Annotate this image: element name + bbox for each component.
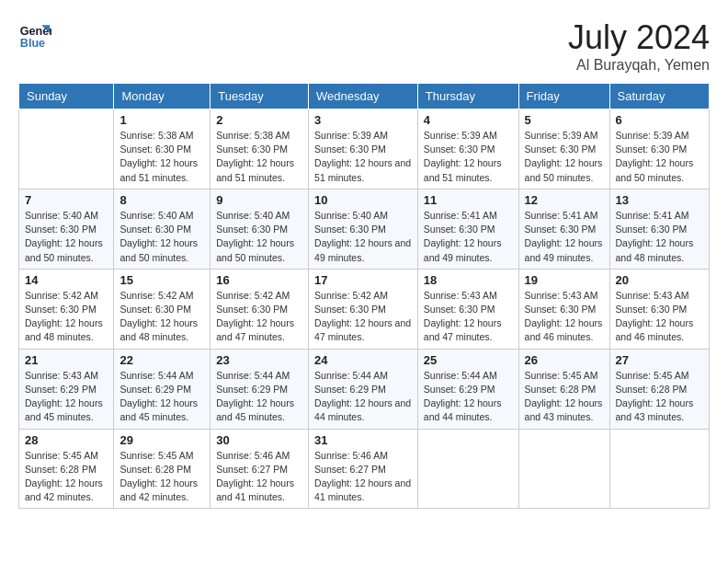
- day-info: Sunrise: 5:45 AMSunset: 6:28 PMDaylight:…: [25, 449, 108, 505]
- page-header: General Blue July 2024 Al Burayqah, Yeme…: [18, 18, 710, 74]
- day-number: 30: [216, 433, 302, 447]
- calendar-table: SundayMondayTuesdayWednesdayThursdayFrid…: [18, 83, 710, 509]
- day-info: Sunrise: 5:39 AMSunset: 6:30 PMDaylight:…: [424, 129, 513, 185]
- day-info: Sunrise: 5:40 AMSunset: 6:30 PMDaylight:…: [119, 209, 204, 265]
- day-number: 12: [525, 193, 604, 207]
- day-info: Sunrise: 5:46 AMSunset: 6:27 PMDaylight:…: [314, 449, 412, 505]
- day-number: 25: [424, 353, 513, 367]
- calendar-body: 1Sunrise: 5:38 AMSunset: 6:30 PMDaylight…: [19, 109, 710, 509]
- calendar-cell: 29Sunrise: 5:45 AMSunset: 6:28 PMDayligh…: [114, 429, 210, 509]
- calendar-cell: 2Sunrise: 5:38 AMSunset: 6:30 PMDaylight…: [210, 109, 309, 190]
- day-number: 1: [119, 113, 204, 127]
- title-block: July 2024 Al Burayqah, Yemen: [568, 18, 710, 74]
- day-info: Sunrise: 5:42 AMSunset: 6:30 PMDaylight:…: [25, 289, 108, 345]
- day-number: 15: [119, 273, 204, 287]
- calendar-cell: 15Sunrise: 5:42 AMSunset: 6:30 PMDayligh…: [114, 269, 210, 349]
- calendar-cell: 23Sunrise: 5:44 AMSunset: 6:29 PMDayligh…: [210, 349, 309, 429]
- calendar-cell: 12Sunrise: 5:41 AMSunset: 6:30 PMDayligh…: [518, 189, 609, 269]
- calendar-cell: 9Sunrise: 5:40 AMSunset: 6:30 PMDaylight…: [210, 189, 309, 269]
- day-number: 11: [424, 193, 513, 207]
- day-info: Sunrise: 5:44 AMSunset: 6:29 PMDaylight:…: [314, 369, 412, 425]
- calendar-cell: 13Sunrise: 5:41 AMSunset: 6:30 PMDayligh…: [609, 189, 709, 269]
- day-info: Sunrise: 5:45 AMSunset: 6:28 PMDaylight:…: [119, 449, 204, 505]
- day-number: 29: [119, 433, 204, 447]
- day-info: Sunrise: 5:40 AMSunset: 6:30 PMDaylight:…: [314, 209, 412, 265]
- calendar-cell: 10Sunrise: 5:40 AMSunset: 6:30 PMDayligh…: [309, 189, 418, 269]
- day-info: Sunrise: 5:40 AMSunset: 6:30 PMDaylight:…: [25, 209, 108, 265]
- day-info: Sunrise: 5:38 AMSunset: 6:30 PMDaylight:…: [216, 129, 302, 185]
- calendar-week-row: 28Sunrise: 5:45 AMSunset: 6:28 PMDayligh…: [19, 429, 710, 509]
- weekday-header-cell: Tuesday: [210, 84, 309, 109]
- day-info: Sunrise: 5:43 AMSunset: 6:30 PMDaylight:…: [525, 289, 604, 345]
- calendar-cell: [518, 429, 609, 509]
- calendar-cell: 6Sunrise: 5:39 AMSunset: 6:30 PMDaylight…: [609, 109, 709, 190]
- calendar-cell: 3Sunrise: 5:39 AMSunset: 6:30 PMDaylight…: [309, 109, 418, 190]
- day-number: 24: [314, 353, 412, 367]
- calendar-cell: 7Sunrise: 5:40 AMSunset: 6:30 PMDaylight…: [19, 189, 114, 269]
- day-number: 13: [616, 193, 703, 207]
- calendar-cell: 31Sunrise: 5:46 AMSunset: 6:27 PMDayligh…: [309, 429, 418, 509]
- day-number: 23: [216, 353, 302, 367]
- day-number: 4: [424, 113, 513, 127]
- calendar-cell: 21Sunrise: 5:43 AMSunset: 6:29 PMDayligh…: [19, 349, 114, 429]
- calendar-week-row: 14Sunrise: 5:42 AMSunset: 6:30 PMDayligh…: [19, 269, 710, 349]
- day-number: 6: [616, 113, 703, 127]
- day-number: 3: [314, 113, 412, 127]
- calendar-cell: 5Sunrise: 5:39 AMSunset: 6:30 PMDaylight…: [518, 109, 609, 190]
- day-info: Sunrise: 5:41 AMSunset: 6:30 PMDaylight:…: [616, 209, 703, 265]
- day-info: Sunrise: 5:38 AMSunset: 6:30 PMDaylight:…: [119, 129, 204, 185]
- day-number: 10: [314, 193, 412, 207]
- weekday-header-cell: Wednesday: [309, 84, 418, 109]
- weekday-header-cell: Sunday: [19, 84, 114, 109]
- day-info: Sunrise: 5:42 AMSunset: 6:30 PMDaylight:…: [119, 289, 204, 345]
- day-number: 16: [216, 273, 302, 287]
- calendar-cell: [19, 109, 114, 190]
- day-number: 26: [525, 353, 604, 367]
- calendar-cell: 19Sunrise: 5:43 AMSunset: 6:30 PMDayligh…: [518, 269, 609, 349]
- day-info: Sunrise: 5:39 AMSunset: 6:30 PMDaylight:…: [525, 129, 604, 185]
- weekday-header-cell: Thursday: [417, 84, 518, 109]
- calendar-cell: 28Sunrise: 5:45 AMSunset: 6:28 PMDayligh…: [19, 429, 114, 509]
- calendar-cell: 1Sunrise: 5:38 AMSunset: 6:30 PMDaylight…: [114, 109, 210, 190]
- day-number: 7: [25, 193, 108, 207]
- calendar-cell: 16Sunrise: 5:42 AMSunset: 6:30 PMDayligh…: [210, 269, 309, 349]
- day-info: Sunrise: 5:44 AMSunset: 6:29 PMDaylight:…: [119, 369, 204, 425]
- day-info: Sunrise: 5:43 AMSunset: 6:30 PMDaylight:…: [616, 289, 703, 345]
- day-info: Sunrise: 5:43 AMSunset: 6:29 PMDaylight:…: [25, 369, 108, 425]
- day-number: 20: [616, 273, 703, 287]
- day-number: 31: [314, 433, 412, 447]
- calendar-cell: 8Sunrise: 5:40 AMSunset: 6:30 PMDaylight…: [114, 189, 210, 269]
- calendar-week-row: 21Sunrise: 5:43 AMSunset: 6:29 PMDayligh…: [19, 349, 710, 429]
- day-number: 27: [616, 353, 703, 367]
- logo-icon: General Blue: [18, 18, 51, 52]
- calendar-cell: 26Sunrise: 5:45 AMSunset: 6:28 PMDayligh…: [518, 349, 609, 429]
- calendar-cell: 14Sunrise: 5:42 AMSunset: 6:30 PMDayligh…: [19, 269, 114, 349]
- day-info: Sunrise: 5:40 AMSunset: 6:30 PMDaylight:…: [216, 209, 302, 265]
- day-number: 9: [216, 193, 302, 207]
- day-info: Sunrise: 5:39 AMSunset: 6:30 PMDaylight:…: [314, 129, 412, 185]
- day-info: Sunrise: 5:46 AMSunset: 6:27 PMDaylight:…: [216, 449, 302, 505]
- day-number: 21: [25, 353, 108, 367]
- calendar-cell: 4Sunrise: 5:39 AMSunset: 6:30 PMDaylight…: [417, 109, 518, 190]
- calendar-cell: 27Sunrise: 5:45 AMSunset: 6:28 PMDayligh…: [609, 349, 709, 429]
- month-title: July 2024: [568, 18, 710, 57]
- day-info: Sunrise: 5:44 AMSunset: 6:29 PMDaylight:…: [424, 369, 513, 425]
- weekday-header-cell: Monday: [114, 84, 210, 109]
- calendar-cell: 22Sunrise: 5:44 AMSunset: 6:29 PMDayligh…: [114, 349, 210, 429]
- day-info: Sunrise: 5:39 AMSunset: 6:30 PMDaylight:…: [616, 129, 703, 185]
- location-title: Al Burayqah, Yemen: [568, 57, 710, 74]
- calendar-cell: [609, 429, 709, 509]
- logo: General Blue: [18, 18, 51, 52]
- day-info: Sunrise: 5:41 AMSunset: 6:30 PMDaylight:…: [424, 209, 513, 265]
- weekday-header-row: SundayMondayTuesdayWednesdayThursdayFrid…: [19, 84, 710, 109]
- calendar-cell: 18Sunrise: 5:43 AMSunset: 6:30 PMDayligh…: [417, 269, 518, 349]
- day-number: 28: [25, 433, 108, 447]
- weekday-header-cell: Saturday: [609, 84, 709, 109]
- day-number: 22: [119, 353, 204, 367]
- calendar-cell: 11Sunrise: 5:41 AMSunset: 6:30 PMDayligh…: [417, 189, 518, 269]
- day-number: 18: [424, 273, 513, 287]
- day-info: Sunrise: 5:45 AMSunset: 6:28 PMDaylight:…: [616, 369, 703, 425]
- day-number: 19: [525, 273, 604, 287]
- calendar-week-row: 1Sunrise: 5:38 AMSunset: 6:30 PMDaylight…: [19, 109, 710, 190]
- calendar-cell: 30Sunrise: 5:46 AMSunset: 6:27 PMDayligh…: [210, 429, 309, 509]
